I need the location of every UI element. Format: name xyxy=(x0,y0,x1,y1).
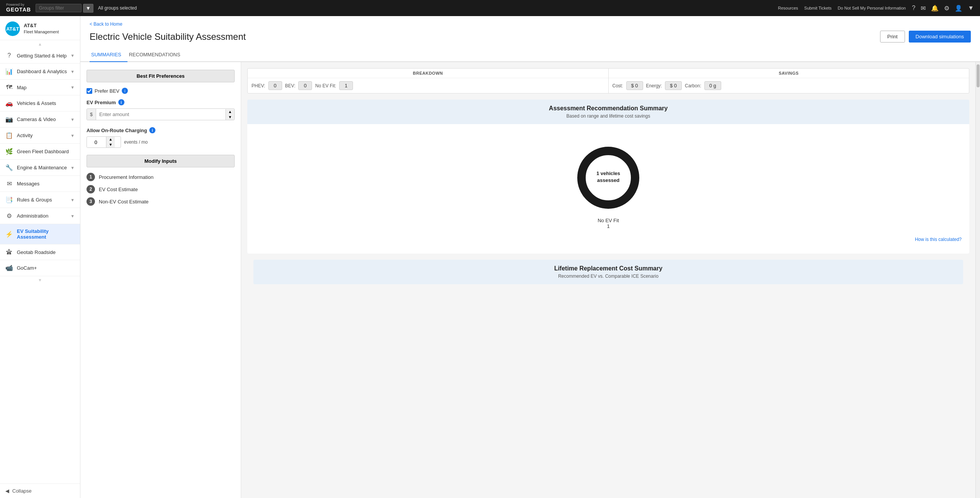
assessment-section: Assessment Recommendation Summary Based … xyxy=(247,100,969,284)
ev-premium-info-icon[interactable]: i xyxy=(118,99,124,105)
number-spinner: ▲ ▼ xyxy=(106,137,115,147)
onroute-number-input[interactable] xyxy=(87,137,106,147)
sidebar-item-dashboard[interactable]: 📊 Dashboard & Analytics ▼ xyxy=(0,64,80,80)
activity-icon: 📋 xyxy=(5,132,13,139)
top-bar: Powered by GEOTAB ▼ All groups selected … xyxy=(0,0,980,16)
print-button[interactable]: Print xyxy=(880,31,905,43)
modify-list: 1 Procurement Information 2 EV Cost Esti… xyxy=(87,173,235,206)
logo-powered-text: Powered by GEOTAB xyxy=(6,3,31,13)
all-groups-label: All groups selected xyxy=(98,5,137,11)
prefer-bev-info-icon[interactable]: i xyxy=(122,88,128,94)
modify-num-3: 3 xyxy=(87,197,95,206)
do-not-sell-link[interactable]: Do Not Sell My Personal Information xyxy=(838,6,906,10)
chevron-icon: ▼ xyxy=(70,198,75,202)
sidebar-item-cameras[interactable]: 📷 Cameras & Video ▼ xyxy=(0,111,80,128)
sidebar-collapse-button[interactable]: ◀ Collapse xyxy=(0,483,80,498)
amount-up-button[interactable]: ▲ xyxy=(226,109,234,115)
resources-link[interactable]: Resources xyxy=(778,6,798,10)
back-link[interactable]: < Back to Home xyxy=(90,21,971,27)
sidebar-logo: AT&T AT&T Fleet Management xyxy=(0,16,80,40)
sidebar-item-gocam[interactable]: 📹 GoCam+ xyxy=(0,260,80,276)
lifetime-subtitle: Recommended EV vs. Comparable ICE Scenar… xyxy=(259,274,958,279)
account-dropdown[interactable]: ▼ xyxy=(968,5,974,11)
settings-icon[interactable]: ⚙ xyxy=(944,5,949,12)
map-icon: 🗺 xyxy=(5,84,13,91)
content-area: < Back to Home Electric Vehicle Suitabil… xyxy=(80,16,980,498)
tab-recommendations[interactable]: RECOMMENDATIONS xyxy=(127,48,186,62)
prefer-bev-row: Prefer BEV i xyxy=(87,88,235,94)
download-button[interactable]: Download simulations xyxy=(909,31,971,43)
sidebar-item-vehicles[interactable]: 🚗 Vehicles & Assets xyxy=(0,95,80,111)
user-icon[interactable]: 👤 xyxy=(955,5,962,12)
sidebar-item-administration[interactable]: ⚙ Administration ▼ xyxy=(0,208,80,224)
cameras-icon: 📷 xyxy=(5,116,13,123)
modify-num-1: 1 xyxy=(87,173,95,181)
cost-label: Cost: xyxy=(612,83,623,88)
top-bar-icons: ? ✉ 🔔 ⚙ 👤 ▼ xyxy=(912,5,974,12)
sidebar-item-activity[interactable]: 📋 Activity ▼ xyxy=(0,128,80,144)
left-panel: Best Fit Preferences Prefer BEV i EV Pre… xyxy=(80,62,241,498)
gocam-icon: 📹 xyxy=(5,264,13,272)
page-body: Best Fit Preferences Prefer BEV i EV Pre… xyxy=(80,62,980,498)
onroute-section: Allow On-Route Charging i ▲ ▼ events / m… xyxy=(87,127,235,148)
modify-item-1[interactable]: 1 Procurement Information xyxy=(87,173,235,181)
assessment-subtitle: Based on range and lifetime cost savings xyxy=(253,113,964,119)
sidebar-item-engine[interactable]: 🔧 Engine & Maintenance ▼ xyxy=(0,160,80,176)
scrollbar-thumb[interactable] xyxy=(977,64,980,87)
onroute-down-button[interactable]: ▼ xyxy=(106,142,115,147)
groups-filter-dropdown[interactable]: ▼ xyxy=(83,4,93,13)
assessment-title: Assessment Recommendation Summary xyxy=(253,105,964,112)
assessment-card-body: 1 vehicles assessed No EV Fit 1 How is t… xyxy=(247,124,969,254)
lifetime-header: Lifetime Replacement Cost Summary Recomm… xyxy=(253,260,963,284)
sidebar-item-getting-started[interactable]: ? Getting Started & Help ▼ xyxy=(0,48,80,64)
modify-item-3[interactable]: 3 Non-EV Cost Estimate xyxy=(87,197,235,206)
submit-tickets-link[interactable]: Submit Tickets xyxy=(804,6,832,10)
breakdown-bar: BREAKDOWN PHEV: 0 BEV: 0 No EV Fit: 1 SA… xyxy=(247,68,969,93)
tab-summaries[interactable]: SUMMARIES xyxy=(90,48,127,62)
onroute-up-button[interactable]: ▲ xyxy=(106,137,115,142)
breakdown-section: BREAKDOWN PHEV: 0 BEV: 0 No EV Fit: 1 xyxy=(248,69,609,93)
help-icon[interactable]: ? xyxy=(912,5,915,11)
modify-text-1: Procurement Information xyxy=(99,174,154,180)
modify-item-2[interactable]: 2 EV Cost Estimate xyxy=(87,185,235,193)
prefer-bev-label: Prefer BEV xyxy=(95,88,119,94)
mail-icon[interactable]: ✉ xyxy=(921,5,926,12)
sidebar-item-geotab-roadside[interactable]: 🛣 Geotab Roadside xyxy=(0,244,80,260)
amount-input[interactable] xyxy=(96,109,225,120)
right-panel: BREAKDOWN PHEV: 0 BEV: 0 No EV Fit: 1 SA… xyxy=(241,62,975,498)
no-ev-fit-legend-value: 1 xyxy=(598,223,619,229)
chevron-icon: ▼ xyxy=(70,133,75,138)
savings-section: SAVINGS Cost: $ 0 Energy: $ 0 Carbon: 0 … xyxy=(609,69,969,93)
getting-started-icon: ? xyxy=(5,52,13,59)
prefer-bev-checkbox[interactable] xyxy=(87,88,92,94)
sidebar-item-rules[interactable]: 📑 Rules & Groups ▼ xyxy=(0,192,80,208)
main-layout: AT&T AT&T Fleet Management ▲ ? Getting S… xyxy=(0,16,980,498)
number-input-box: ▲ ▼ xyxy=(87,136,121,148)
amount-down-button[interactable]: ▼ xyxy=(226,115,234,120)
top-bar-left: Powered by GEOTAB ▼ All groups selected xyxy=(6,3,137,13)
page-header: < Back to Home Electric Vehicle Suitabil… xyxy=(80,16,980,48)
groups-filter-input[interactable] xyxy=(36,4,82,12)
sidebar-item-messages[interactable]: ✉ Messages xyxy=(0,176,80,192)
lifetime-title: Lifetime Replacement Cost Summary xyxy=(259,265,958,272)
messages-icon: ✉ xyxy=(5,180,13,187)
sidebar-item-green-fleet[interactable]: 🌿 Green Fleet Dashboard xyxy=(0,144,80,160)
green-fleet-icon: 🌿 xyxy=(5,148,13,155)
no-ev-fit-legend-label: No EV Fit xyxy=(598,218,619,223)
chevron-icon: ▼ xyxy=(70,85,75,90)
carbon-value: 0 g xyxy=(704,81,721,90)
no-ev-fit-label: No EV Fit: xyxy=(315,83,336,88)
sidebar-item-ev-suitability[interactable]: ⚡ EV Suitability Assessment xyxy=(0,224,80,244)
page-title-row: Electric Vehicle Suitability Assessment … xyxy=(90,31,971,48)
bell-icon[interactable]: 🔔 xyxy=(931,5,939,12)
sidebar-item-map[interactable]: 🗺 Map ▼ xyxy=(0,80,80,95)
groups-filter: ▼ xyxy=(36,4,93,13)
how-calculated-link[interactable]: How is this calculated? xyxy=(255,233,962,246)
amount-input-row: $ ▲ ▼ xyxy=(87,108,235,120)
phev-value: 0 xyxy=(268,81,282,90)
modify-num-2: 2 xyxy=(87,185,95,193)
onroute-info-icon[interactable]: i xyxy=(149,127,155,133)
lifetime-section: Lifetime Replacement Cost Summary Recomm… xyxy=(253,260,963,284)
onroute-label: Allow On-Route Charging i xyxy=(87,127,235,133)
scrollbar-track[interactable] xyxy=(975,62,980,498)
